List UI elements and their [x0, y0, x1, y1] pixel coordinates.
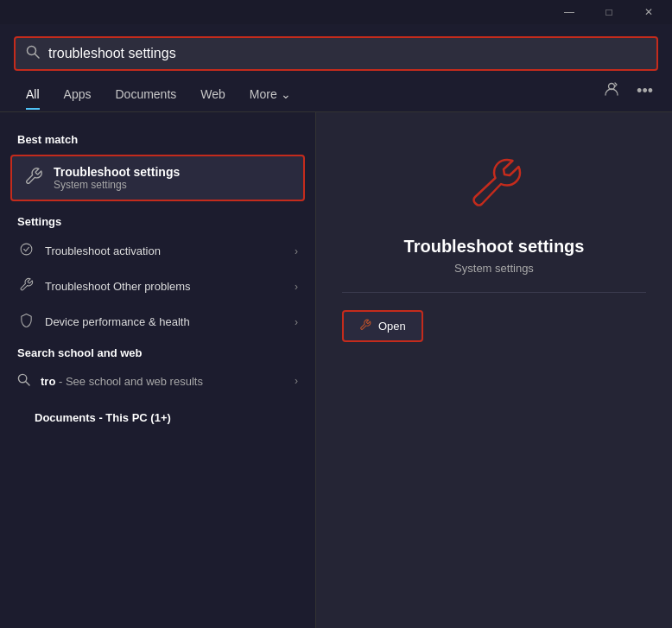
best-match-title: Troubleshoot settings [54, 165, 291, 179]
search-window: — □ ✕ All Apps Documents Web More ⌄ [0, 0, 672, 628]
search-web-icon [17, 373, 30, 389]
content-area: Best match Troubleshoot settings System … [0, 112, 672, 628]
open-button[interactable]: Open [342, 310, 423, 342]
best-match-item[interactable]: Troubleshoot settings System settings [10, 155, 305, 201]
search-web-text: tro - See school and web results [41, 375, 203, 388]
chevron-right-icon-4: › [295, 375, 298, 387]
tab-documents[interactable]: Documents [103, 82, 188, 110]
right-panel-divider [342, 292, 646, 293]
svg-line-5 [25, 247, 29, 251]
troubleshoot-activation-label: Troubleshoot activation [45, 244, 284, 257]
best-match-subtitle: System settings [54, 179, 291, 191]
open-button-label: Open [378, 320, 406, 333]
chevron-right-icon-3: › [295, 316, 298, 328]
search-web-suffix-text: - See school and web results [59, 375, 203, 388]
svg-line-7 [26, 382, 29, 385]
settings-section: Settings Troubleshoot activation › [0, 208, 315, 339]
best-match-text: Troubleshoot settings System settings [54, 165, 291, 191]
wrench-icon-small [17, 277, 35, 295]
documents-section: Documents - This PC (1+) [0, 397, 315, 433]
circle-check-icon [17, 242, 35, 260]
profile-icon[interactable] [599, 79, 624, 103]
right-panel-icon-area [460, 147, 529, 219]
shield-icon [17, 313, 35, 331]
search-icon [26, 45, 40, 62]
open-icon [359, 319, 371, 333]
device-performance-label: Device performance & health [45, 315, 284, 328]
chevron-right-icon-1: › [295, 245, 298, 257]
list-item-troubleshoot-other[interactable]: Troubleshoot Other problems › [0, 269, 315, 304]
best-match-label: Best match [0, 126, 315, 151]
right-panel: Troubleshoot settings System settings Op… [315, 112, 672, 628]
titlebar: — □ ✕ [0, 0, 672, 24]
tabs-right-actions: ••• [599, 79, 658, 111]
tab-apps[interactable]: Apps [52, 82, 104, 110]
minimize-button[interactable]: — [549, 0, 589, 24]
tab-web[interactable]: Web [188, 82, 238, 110]
right-panel-title: Troubleshoot settings [404, 237, 585, 257]
best-match-icon [24, 167, 43, 190]
right-panel-subtitle: System settings [454, 262, 534, 275]
wrench-large-icon [460, 147, 529, 216]
documents-label: Documents - This PC (1+) [17, 404, 298, 429]
maximize-button[interactable]: □ [589, 0, 629, 24]
settings-section-label: Settings [0, 208, 315, 233]
troubleshoot-other-label: Troubleshoot Other problems [45, 280, 284, 293]
tab-more[interactable]: More ⌄ [238, 82, 303, 110]
tabs-bar: All Apps Documents Web More ⌄ ••• [0, 71, 672, 112]
list-item-troubleshoot-activation[interactable]: Troubleshoot activation › [0, 233, 315, 269]
tab-all[interactable]: All [14, 82, 52, 110]
chevron-right-icon-2: › [295, 281, 298, 293]
svg-line-1 [35, 54, 40, 59]
svg-point-3 [21, 244, 32, 255]
search-input[interactable] [48, 46, 646, 61]
list-item-device-performance[interactable]: Device performance & health › [0, 304, 315, 339]
close-button[interactable]: ✕ [629, 0, 669, 24]
search-web-query: tro [41, 375, 55, 388]
search-web-section-label: Search school and web [0, 339, 315, 365]
search-web-item[interactable]: tro - See school and web results › [0, 365, 315, 397]
more-options-icon[interactable]: ••• [631, 80, 658, 102]
search-bar[interactable] [14, 36, 658, 71]
left-panel: Best match Troubleshoot settings System … [0, 112, 315, 628]
